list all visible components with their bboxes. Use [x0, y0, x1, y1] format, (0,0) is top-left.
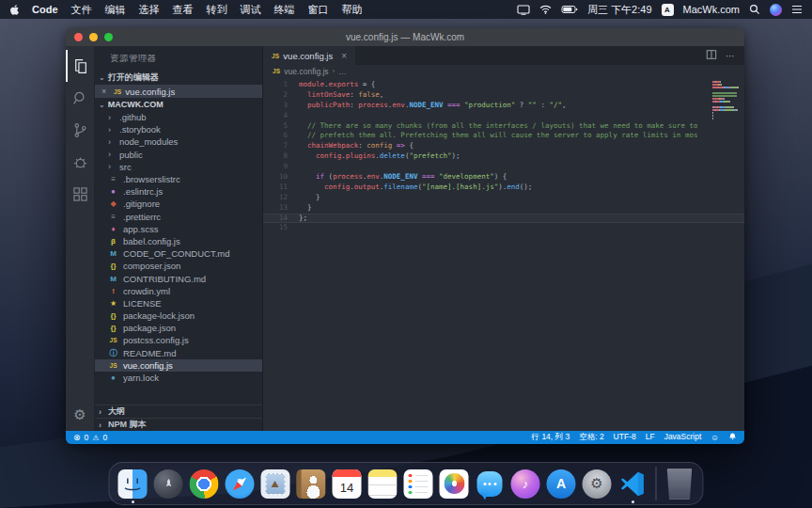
- more-actions-icon[interactable]: ⋯: [726, 51, 736, 61]
- dock-reminders-icon[interactable]: [404, 469, 433, 499]
- tree-item-src[interactable]: ›src: [95, 161, 262, 173]
- spotlight-search-icon[interactable]: [749, 4, 760, 15]
- status-item[interactable]: 空格: 2: [579, 432, 603, 443]
- dock-messages-icon[interactable]: [476, 469, 505, 499]
- tree-item-.browserslistrc[interactable]: ≡.browserslistrc: [95, 173, 262, 185]
- split-editor-icon[interactable]: [706, 47, 717, 64]
- tree-item-.prettierrc[interactable]: ≡.prettierrc: [95, 211, 262, 223]
- errors-icon[interactable]: ⊗: [73, 433, 81, 442]
- dock-mail-icon[interactable]: [261, 469, 290, 499]
- menu-item-转到[interactable]: 转到: [207, 4, 227, 15]
- menu-item-调试[interactable]: 调试: [241, 4, 261, 15]
- dock-contacts-icon[interactable]: [297, 469, 326, 499]
- settings-gear-icon[interactable]: ⚙: [73, 404, 86, 426]
- breadcrumb-symbol[interactable]: …: [338, 67, 347, 76]
- code-line-10[interactable]: 10 if (process.env.NODE_ENV === "develop…: [263, 172, 744, 183]
- menu-item-查看[interactable]: 查看: [173, 4, 194, 15]
- open-editors-header[interactable]: ⌄ 打开的编辑器: [95, 71, 262, 85]
- warnings-icon[interactable]: ⚠: [92, 434, 99, 442]
- tree-item-.github[interactable]: ›.github: [95, 111, 262, 123]
- dock-finder-icon[interactable]: [118, 469, 148, 499]
- dock-itunes-icon[interactable]: ♪: [511, 469, 540, 499]
- menu-item-窗口[interactable]: 窗口: [308, 4, 329, 15]
- tree-item-node_modules[interactable]: ›node_modules: [95, 135, 262, 148]
- tree-item-LICENSE[interactable]: ★LICENSE: [95, 297, 262, 310]
- explorer-icon[interactable]: [66, 50, 94, 82]
- tree-item-.eslintrc.js[interactable]: ●.eslintrc.js: [95, 185, 262, 198]
- code-line-1[interactable]: 1module.exports = {: [263, 80, 744, 90]
- menu-item-编辑[interactable]: 编辑: [105, 4, 126, 15]
- dock-photos-icon[interactable]: [440, 469, 469, 499]
- apple-menu-icon[interactable]: [9, 4, 20, 16]
- menu-item-帮助[interactable]: 帮助: [342, 4, 363, 15]
- tree-item-README.md[interactable]: ⓘREADME.md: [95, 347, 262, 359]
- dock-appstore-icon[interactable]: A: [547, 469, 576, 499]
- notifications-bell-icon[interactable]: [728, 432, 737, 443]
- breadcrumb-file[interactable]: vue.config.js: [284, 67, 328, 76]
- tree-item-babel.config.js[interactable]: βbabel.config.js: [95, 235, 262, 247]
- status-item[interactable]: UTF-8: [614, 432, 636, 443]
- menu-extra-label[interactable]: MacWk.com: [683, 4, 741, 15]
- status-item[interactable]: JavaScript: [664, 432, 702, 443]
- tab-vue-config[interactable]: JS vue.config.js ×: [263, 46, 355, 65]
- tree-item-crowdin.yml[interactable]: !crowdin.yml: [95, 285, 262, 297]
- dock-vscode-icon[interactable]: [618, 469, 648, 499]
- status-item[interactable]: 行 14, 列 3: [532, 432, 570, 443]
- tree-item-package.json[interactable]: {}package.json: [95, 322, 262, 334]
- dock-calendar-icon[interactable]: 14: [333, 469, 362, 499]
- notification-center-icon[interactable]: [791, 5, 803, 14]
- tree-item-composer.json[interactable]: {}composer.json: [95, 260, 262, 272]
- dock-chrome-icon[interactable]: [190, 469, 219, 499]
- wifi-icon[interactable]: [539, 5, 552, 14]
- dock-system-preferences-icon[interactable]: ⚙: [583, 469, 612, 499]
- menu-item-终端[interactable]: 终端: [274, 4, 295, 15]
- tree-item-CODE_OF_CONDUCT.md[interactable]: MCODE_OF_CONDUCT.md: [95, 247, 262, 260]
- tree-item-postcss.config.js[interactable]: JSpostcss.config.js: [95, 334, 262, 346]
- menu-item-文件[interactable]: 文件: [71, 4, 92, 15]
- code-line-12[interactable]: 12 }: [263, 193, 744, 203]
- errors-count[interactable]: 0: [85, 433, 89, 442]
- feedback-smiley-icon[interactable]: ☺: [710, 433, 719, 442]
- close-button[interactable]: [74, 33, 83, 41]
- dock-launchpad-icon[interactable]: [154, 469, 183, 499]
- debug-icon[interactable]: [66, 146, 94, 178]
- code-line-5[interactable]: 5 // There are so many chunks (from all …: [263, 121, 744, 132]
- input-method-icon[interactable]: A: [662, 4, 674, 16]
- tree-item-public[interactable]: ›public: [95, 149, 262, 161]
- code-line-4[interactable]: 4: [263, 111, 744, 121]
- window-title-bar[interactable]: vue.config.js — MacWk.com: [66, 28, 744, 46]
- close-file-icon[interactable]: ×: [102, 87, 110, 96]
- dock-notes-icon[interactable]: [368, 469, 398, 499]
- dock-trash-icon[interactable]: [665, 469, 695, 499]
- tree-item-.storybook[interactable]: ›.storybook: [95, 123, 262, 135]
- dock-safari-icon[interactable]: [226, 469, 255, 499]
- code-line-8[interactable]: 8 config.plugins.delete("prefetch");: [263, 151, 744, 162]
- code-line-3[interactable]: 3 publicPath: process.env.NODE_ENV === "…: [263, 101, 744, 111]
- tree-item-vue.config.js[interactable]: JSvue.config.js: [95, 359, 262, 372]
- tree-item-CONTRIBUTING.md[interactable]: MCONTRIBUTING.md: [95, 272, 262, 284]
- code-line-7[interactable]: 7 chainWebpack: config => {: [263, 141, 744, 151]
- code-line-2[interactable]: 2 lintOnSave: false,: [263, 90, 744, 101]
- outline-section-header[interactable]: › 大纲: [95, 405, 262, 418]
- screen-mirroring-icon[interactable]: [517, 5, 530, 15]
- search-icon[interactable]: [66, 82, 94, 114]
- workspace-root-header[interactable]: ⌄ MACWK.COM: [95, 98, 262, 111]
- tab-close-icon[interactable]: ×: [341, 51, 347, 61]
- battery-icon[interactable]: [561, 5, 578, 14]
- minimap[interactable]: [712, 81, 739, 123]
- menu-clock[interactable]: 周三 下午2:49: [587, 3, 651, 17]
- tree-item-yarn.lock[interactable]: ●yarn.lock: [95, 372, 262, 384]
- open-editor-item[interactable]: × JS vue.config.js: [95, 85, 262, 98]
- minimize-button[interactable]: [89, 33, 98, 41]
- extensions-icon[interactable]: [66, 178, 94, 210]
- code-line-15[interactable]: 15: [263, 223, 744, 233]
- app-menu-code[interactable]: Code: [32, 4, 58, 15]
- code-line-11[interactable]: 11 config.output.filename("[name].[hash]…: [263, 183, 744, 193]
- zoom-button[interactable]: [104, 33, 113, 41]
- code-editor[interactable]: 1module.exports = {2 lintOnSave: false,3…: [263, 77, 744, 431]
- code-line-6[interactable]: 6 // prefetch them all. Prefetching them…: [263, 131, 744, 141]
- warnings-count[interactable]: 0: [102, 433, 107, 442]
- tree-item-.gitignore[interactable]: ◆.gitignore: [95, 198, 262, 210]
- status-item[interactable]: LF: [646, 432, 655, 443]
- tree-item-app.scss[interactable]: ♦app.scss: [95, 223, 262, 235]
